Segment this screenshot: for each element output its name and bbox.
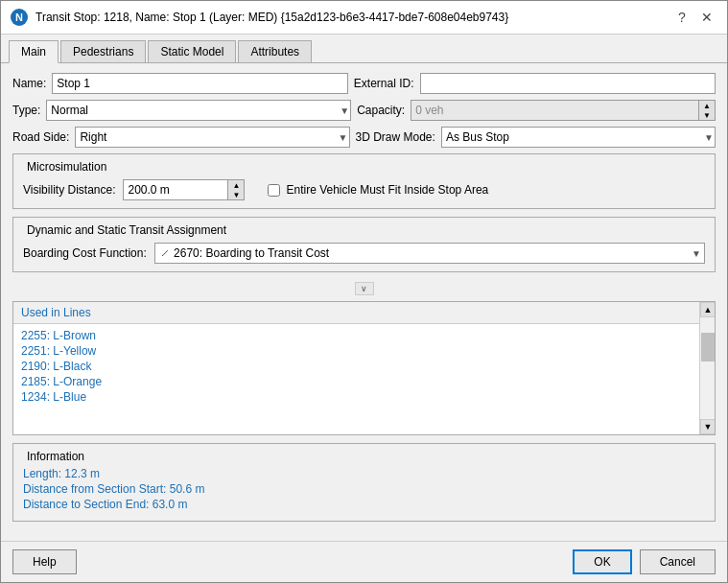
entire-vehicle-checkbox[interactable] [268,184,280,197]
boarding-select-wrapper: ⟋ 2670: Boarding to Transit Cost ▼ [154,243,705,264]
information-box: Information Length: 12.3 m Distance from… [12,443,716,522]
type-row: Type: Normal Stop Bus Stop ▼ Capacity: ▲… [12,100,716,121]
name-row: Name: External ID: [12,73,716,94]
visibility-row: Visibility Distance: ▲ ▼ Entire Vehicle … [23,179,705,200]
cancel-button[interactable]: Cancel [640,549,716,574]
name-label: Name: [12,77,46,90]
type-label: Type: [12,104,40,117]
microsim-title: Microsimulation [23,160,110,174]
tab-pedestrians[interactable]: Pedestrians [60,40,146,62]
info-length: Length: 12.3 m [23,467,705,480]
microsim-group: Microsimulation Visibility Distance: ▲ ▼… [12,153,716,209]
list-item[interactable]: 2255: L-Brown [21,328,707,343]
dynstatic-title: Dynamic and Static Transit Assignment [23,223,230,237]
capacity-spin-down[interactable]: ▼ [699,110,715,120]
drawmode-select-wrapper: As Bus Stop None ▼ [441,127,716,148]
roadside-label: Road Side: [12,130,69,144]
list-item[interactable]: 1234: L-Blue [21,389,707,405]
capacity-spin-up[interactable]: ▲ [699,101,715,110]
boarding-row: Boarding Cost Function: ⟋ 2670: Boarding… [23,243,705,264]
visibility-spin-down[interactable]: ▼ [228,190,244,199]
roadside-select-wrapper: Right Left ▼ [75,127,349,148]
list-item[interactable]: 2251: L-Yellow [21,343,707,359]
visibility-input[interactable] [123,179,228,200]
external-id-input[interactable] [420,73,716,94]
help-button[interactable]: Help [12,549,77,574]
roadside-row: Road Side: Right Left ▼ 3D Draw Mode: As… [12,127,716,148]
visibility-spin-up[interactable]: ▲ [228,180,244,190]
tab-attributes[interactable]: Attributes [238,40,312,62]
dynstatic-group: Dynamic and Static Transit Assignment Bo… [12,217,716,272]
scrollbar[interactable]: ▲ ▼ [699,302,715,434]
drawmode-select[interactable]: As Bus Stop None [441,127,716,148]
checkbox-row: Entire Vehicle Must Fit Inside Stop Area [268,183,488,197]
collapse-button[interactable]: ∨ [355,282,374,295]
type-select-wrapper: Normal Stop Bus Stop ▼ [46,100,351,121]
dialog: N Transit Stop: 1218, Name: Stop 1 (Laye… [0,0,728,583]
roadside-select[interactable]: Right Left [75,127,349,148]
collapse-bar: ∨ [12,280,716,297]
boarding-select[interactable]: ⟋ 2670: Boarding to Transit Cost [154,243,705,264]
drawmode-label: 3D Draw Mode: [356,130,435,144]
visibility-spinner: ▲ ▼ [123,179,245,200]
close-button[interactable]: ✕ [696,7,717,28]
name-input[interactable] [52,73,347,94]
title-bar: N Transit Stop: 1218, Name: Stop 1 (Laye… [1,1,727,35]
tab-bar: Main Pedestrians Static Model Attributes [1,35,727,63]
info-end: Distance to Section End: 63.0 m [23,498,705,511]
scroll-thumb[interactable] [701,333,715,361]
info-start: Distance from Section Start: 50.6 m [23,482,705,496]
visibility-label: Visibility Distance: [23,183,115,197]
list-item[interactable]: 2190: L-Black [21,359,707,374]
title-text: Transit Stop: 1218, Name: Stop 1 (Layer:… [35,11,664,24]
info-title: Information [23,450,88,463]
visibility-spin-buttons: ▲ ▼ [228,179,245,200]
ok-button[interactable]: OK [573,549,631,574]
footer-right: OK Cancel [573,549,716,574]
list-item[interactable]: 2185: L-Orange [21,374,707,389]
external-id-label: External ID: [354,77,414,90]
main-content: Name: External ID: Type: Normal Stop Bus… [1,63,727,541]
capacity-label: Capacity: [357,104,405,117]
capacity-input[interactable] [411,100,699,121]
used-in-lines-header: Used in Lines [13,302,715,324]
scroll-down-button[interactable]: ▼ [700,419,716,434]
help-title-button[interactable]: ? [671,7,693,28]
scroll-up-button[interactable]: ▲ [700,302,716,317]
app-icon: N [11,9,28,26]
type-select[interactable]: Normal Stop Bus Stop [46,100,351,121]
footer: Help OK Cancel [1,541,727,582]
boarding-label: Boarding Cost Function: [23,246,147,260]
capacity-spin-buttons: ▲ ▼ [699,100,716,121]
lines-content: 2255: L-Brown 2251: L-Yellow 2190: L-Bla… [13,324,715,407]
capacity-spinner: ▲ ▼ [411,100,716,121]
entire-vehicle-label: Entire Vehicle Must Fit Inside Stop Area [286,183,488,197]
tab-main[interactable]: Main [9,40,59,63]
used-in-lines-box: Used in Lines 2255: L-Brown 2251: L-Yell… [12,301,716,435]
tab-static-model[interactable]: Static Model [148,40,236,62]
title-actions: ? ✕ [671,7,717,28]
